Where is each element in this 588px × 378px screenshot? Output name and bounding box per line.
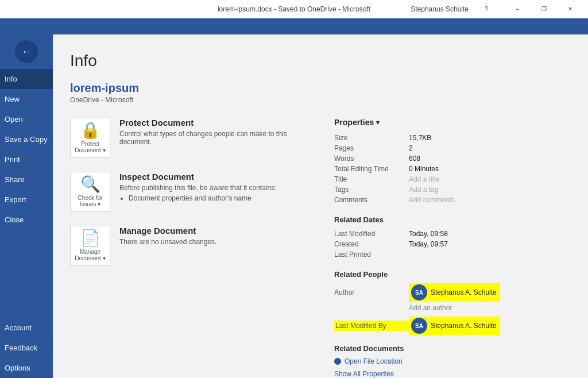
- manage-icon: 📄: [80, 230, 100, 246]
- info-left-panel: 🔒 ProtectDocument ▾ Protect Document Con…: [70, 118, 311, 378]
- protect-section: 🔒 ProtectDocument ▾ Protect Document Con…: [70, 118, 311, 158]
- protect-text: Protect Document Control what types of c…: [119, 118, 311, 148]
- maximize-button[interactable]: ❐: [531, 0, 557, 18]
- sidebar-item-export[interactable]: Export: [0, 190, 53, 210]
- protect-icon-label: ProtectDocument ▾: [75, 141, 105, 153]
- date-label-printed: Last Printed: [334, 249, 409, 260]
- properties-table: Size 15,7KB Pages 2 Words 608 Total Edit…: [334, 133, 565, 205]
- back-button[interactable]: ←: [15, 40, 38, 63]
- back-icon: ←: [21, 46, 32, 58]
- date-value-printed: [409, 249, 565, 260]
- prop-row-title: Title Add a title: [334, 174, 565, 184]
- inspect-item-1: Document properties and author's name: [129, 194, 277, 202]
- prop-label-tags: Tags: [334, 184, 409, 195]
- inspect-section: 🔍 Check forIssues ▾ Inspect Document Bef…: [70, 172, 311, 212]
- sidebar-item-options[interactable]: Options: [0, 358, 53, 378]
- prop-value-title[interactable]: Add a title: [409, 174, 565, 184]
- lock-icon: 🔒: [80, 122, 100, 138]
- prop-label-size: Size: [334, 133, 409, 143]
- protect-description: Control what types of changes people can…: [119, 130, 311, 146]
- properties-caret[interactable]: ▾: [376, 119, 380, 126]
- manage-icon-label: ManageDocument ▾: [75, 249, 105, 261]
- manage-description: There are no unsaved changes.: [119, 238, 216, 246]
- prop-row-comments: Comments Add comments: [334, 195, 565, 205]
- sidebar-item-feedback[interactable]: Feedback: [0, 338, 53, 358]
- modified-by-name: Stephanus A. Schulte: [431, 322, 497, 330]
- modified-by-row: Last Modified By SA Stephanus A. Schulte: [334, 317, 565, 335]
- title-bar: lorem-ipsum.docx - Saved to OneDrive - M…: [0, 0, 588, 18]
- author-name: Stephanus A. Schulte: [431, 288, 497, 296]
- open-file-location-link[interactable]: Open File Location: [345, 357, 403, 365]
- prop-value-size: 15,7KB: [409, 133, 565, 143]
- date-row-modified: Last Modified Today, 09:58: [334, 229, 565, 239]
- sidebar-item-save-copy[interactable]: Save a Copy: [0, 129, 53, 149]
- info-right-panel: Properties ▾ Size 15,7KB Pages 2 Words 6…: [334, 118, 565, 378]
- modified-by-label: Last Modified By: [334, 321, 409, 331]
- protect-document-button[interactable]: 🔒 ProtectDocument ▾: [70, 118, 110, 158]
- content-area: Info lorem-ipsum OneDrive - Microsoft 🔒 …: [53, 34, 588, 378]
- sidebar-item-info[interactable]: Info: [0, 69, 53, 89]
- show-all-properties-link[interactable]: Show All Properties: [334, 370, 565, 378]
- open-file-row: Open File Location: [334, 357, 565, 365]
- sidebar-item-share[interactable]: Share: [0, 169, 53, 190]
- title-bar-title: lorem-ipsum.docx - Saved to OneDrive - M…: [218, 5, 370, 13]
- inspect-icon: 🔍: [80, 176, 100, 192]
- date-label-created: Created: [334, 239, 409, 249]
- related-dates-heading: Related Dates: [334, 215, 565, 224]
- prop-value-editing-time: 0 Minutes: [409, 164, 565, 174]
- manage-title: Manage Document: [119, 226, 216, 236]
- date-label-modified: Last Modified: [334, 229, 409, 239]
- prop-value-words: 608: [409, 153, 565, 164]
- manage-section: 📄 ManageDocument ▾ Manage Document There…: [70, 226, 311, 266]
- prop-row-size: Size 15,7KB: [334, 133, 565, 143]
- sidebar-item-close[interactable]: Close: [0, 210, 53, 230]
- prop-label-title: Title: [334, 174, 409, 184]
- inspect-text: Inspect Document Before publishing this …: [119, 172, 277, 202]
- check-issues-button[interactable]: 🔍 Check forIssues ▾: [70, 172, 110, 212]
- prop-row-editing-time: Total Editing Time 0 Minutes: [334, 164, 565, 174]
- sidebar-item-print[interactable]: Print: [0, 149, 53, 169]
- prop-label-words: Words: [334, 153, 409, 164]
- prop-value-comments[interactable]: Add comments: [409, 195, 565, 205]
- manage-text: Manage Document There are no unsaved cha…: [119, 226, 216, 248]
- related-documents-heading: Related Documents: [334, 344, 565, 353]
- sidebar-item-new[interactable]: New: [0, 89, 53, 109]
- prop-row-words: Words 608: [334, 153, 565, 164]
- author-row: Author SA Stephanus A. Schulte: [334, 283, 565, 302]
- add-author[interactable]: Add an author: [334, 304, 565, 312]
- minimize-button[interactable]: –: [504, 0, 531, 18]
- prop-label-comments: Comments: [334, 195, 409, 205]
- prop-label-editing-time: Total Editing Time: [334, 164, 409, 174]
- page-title: Info: [70, 52, 565, 70]
- sidebar-item-open[interactable]: Open: [0, 109, 53, 129]
- properties-heading: Properties ▾: [334, 118, 565, 127]
- author-highlight: SA Stephanus A. Schulte: [409, 283, 500, 302]
- sidebar-item-account[interactable]: Account: [0, 318, 53, 338]
- doc-name: lorem-ipsum: [70, 82, 565, 95]
- check-issues-label: Check forIssues ▾: [78, 195, 103, 207]
- close-button[interactable]: ✕: [557, 0, 583, 18]
- date-row-printed: Last Printed: [334, 249, 565, 260]
- file-location-icon: [334, 358, 341, 365]
- user-name-label: Stephanus Schulte: [411, 5, 469, 13]
- prop-value-tags[interactable]: Add a tag: [409, 184, 565, 195]
- doc-location: OneDrive - Microsoft: [70, 96, 565, 104]
- date-row-created: Created Today, 09:57: [334, 239, 565, 249]
- inspect-description: Before publishing this file, be aware th…: [119, 184, 277, 192]
- modified-by-avatar: SA: [411, 318, 427, 334]
- date-value-modified: Today, 09:58: [409, 229, 565, 239]
- protect-title: Protect Document: [119, 118, 311, 128]
- related-dates-table: Last Modified Today, 09:58 Created Today…: [334, 229, 565, 260]
- author-label: Author: [334, 288, 409, 296]
- prop-value-pages: 2: [409, 143, 565, 153]
- help-button[interactable]: ?: [473, 0, 500, 18]
- manage-document-button[interactable]: 📄 ManageDocument ▾: [70, 226, 110, 266]
- author-avatar: SA: [411, 284, 427, 300]
- modified-by-highlight: SA Stephanus A. Schulte: [409, 317, 500, 335]
- prop-label-pages: Pages: [334, 143, 409, 153]
- prop-row-tags: Tags Add a tag: [334, 184, 565, 195]
- related-people-heading: Related People: [334, 270, 565, 279]
- date-value-created: Today, 09:57: [409, 239, 565, 249]
- sidebar: ← Info New Open Save a Copy Print Share …: [0, 34, 53, 378]
- inspect-title: Inspect Document: [119, 172, 277, 182]
